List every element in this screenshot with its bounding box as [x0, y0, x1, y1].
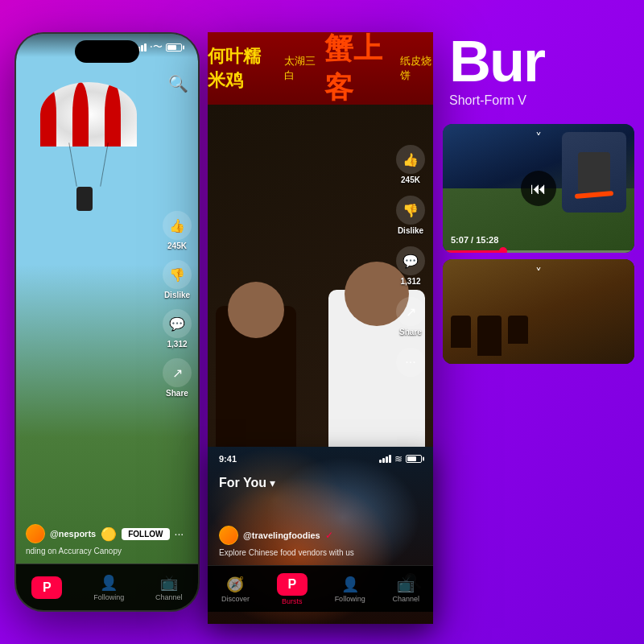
sign-char-3: 纸皮烧饼: [400, 54, 433, 83]
skydiver: [76, 187, 93, 211]
nav-bursts-mid-icon[interactable]: P Bursts: [277, 573, 308, 605]
video-desc-left: nding on Accuracy Canopy: [26, 547, 188, 555]
right-actions-left: 👍 245K 👎 Dislike 💬 1,312 ↗ Share: [163, 211, 192, 398]
nav-burst-p: P: [43, 580, 52, 595]
progress-fill-1: [443, 250, 504, 253]
dislike-button[interactable]: 👎 Dislike: [163, 260, 192, 299]
search-icon-left[interactable]: 🔍: [168, 74, 188, 93]
battery-icon: [166, 43, 182, 52]
wifi-icon-mini: ≋: [394, 453, 402, 464]
nav-burst-p-mid: P: [287, 577, 296, 592]
right-panel: Bur Short-Form V ˅ ⏮ 5:07 / 15:28: [433, 0, 644, 644]
comment-count-mid: 1,312: [400, 277, 420, 286]
nav-channel-label-mid: Channel: [393, 595, 420, 603]
brand-tagline: Short-Form V: [449, 93, 628, 108]
dislike-button-mid[interactable]: 👎 Dislike: [396, 196, 425, 235]
comment-button-mid[interactable]: 💬 1,312: [396, 246, 425, 286]
creator-name-mid: @travelingfoodies: [243, 530, 320, 540]
nav-discover-label: Discover: [221, 595, 250, 603]
parachute-graphic: [32, 82, 145, 227]
share-button-mid[interactable]: ↗ Share: [396, 297, 425, 336]
comment-icon-mid: 💬: [396, 246, 425, 275]
like-count: 245K: [167, 242, 187, 250]
person-icon-mid: 👤: [341, 576, 359, 593]
sign-char-1: 何叶糯米鸡: [208, 44, 278, 93]
progress-bar-1[interactable]: [443, 250, 634, 253]
video-desc-mid: Explore Chinese food vendors with us: [219, 548, 422, 557]
verified-badge-mid: ✓: [325, 530, 333, 541]
crab-char: 蟹上客: [324, 32, 394, 108]
nav-following-left[interactable]: 👤 Following: [93, 574, 124, 601]
comment-icon: 💬: [163, 309, 192, 338]
creator-name-left: @nesports: [50, 529, 96, 539]
time-display-mini: 9:41: [219, 454, 237, 464]
more-icon-mid: ···: [396, 348, 425, 377]
video-time-1: 5:07 / 15:28: [451, 235, 498, 245]
share-icon: ↗: [163, 358, 192, 387]
dislike-label: Dislike: [164, 291, 190, 299]
creator-row-left: @nesports 🟡 FOLLOW ···: [26, 524, 188, 543]
nav-following-label-mid: Following: [335, 595, 365, 603]
nav-bursts-label-mid: Bursts: [282, 597, 303, 605]
thumbs-up-icon-mid: 👍: [396, 145, 425, 174]
main-container: ⋅〜 🔍 👍 245K 👎 Dislike: [0, 0, 644, 644]
status-bar-mini: 9:41 ≋: [208, 447, 433, 471]
nav-channel-left[interactable]: 📺 Channel: [155, 574, 183, 601]
more-button-left[interactable]: ···: [175, 527, 184, 540]
follow-button-left[interactable]: FOLLOW: [122, 528, 169, 540]
creator-avatar-left: [26, 524, 45, 543]
chevron-down-icon-1[interactable]: ˅: [535, 130, 542, 146]
chevron-down-icon-2[interactable]: ˅: [535, 266, 542, 281]
for-you-row: For You ▾: [219, 476, 275, 490]
dislike-label-mid: Dislike: [398, 226, 423, 235]
chute-lines: [56, 142, 121, 191]
left-bg-image: ⋅〜 🔍 👍 245K 👎 Dislike: [16, 34, 198, 610]
more-button-mid[interactable]: ···: [396, 348, 425, 377]
wifi-icon: ⋅〜: [150, 40, 163, 54]
like-count-mid: 245K: [401, 175, 420, 184]
like-button[interactable]: 👍 245K: [163, 211, 192, 250]
bottom-info-left: @nesports 🟡 FOLLOW ··· nding on Accuracy…: [16, 524, 198, 562]
nav-following-label-left: Following: [93, 593, 124, 601]
bottom-info-mid: @travelingfoodies ✓ Explore Chinese food…: [208, 526, 433, 564]
dynamic-island: [75, 40, 139, 63]
tv-icon-mid: 📺: [397, 576, 415, 593]
chute-segment-2: [72, 82, 89, 147]
play-button-1[interactable]: ⏮: [521, 171, 556, 206]
nav-bar-mid: 🧭 Discover P Bursts 👤 Following 📺 Channe…: [208, 565, 433, 612]
share-icon-mid: ↗: [396, 297, 425, 326]
nav-discover-mid[interactable]: 🧭 Discover: [221, 576, 250, 603]
nav-channel-mid[interactable]: 📺 Channel: [393, 576, 420, 603]
chute-segment-3: [105, 82, 121, 147]
share-label: Share: [166, 389, 188, 398]
thumbs-up-icon: 👍: [163, 211, 192, 240]
nav-burst-icon-mid: P: [277, 573, 308, 596]
share-label-mid: Share: [399, 328, 422, 336]
nav-following-mid[interactable]: 👤 Following: [335, 576, 365, 603]
comment-count: 1,312: [167, 340, 187, 349]
sign-char-2: 太湖三白: [284, 54, 317, 83]
for-you-label: For You: [219, 476, 266, 490]
coin-icon: 🟡: [101, 526, 117, 542]
for-you-chevron: ▾: [270, 477, 275, 489]
phone-left: ⋅〜 🔍 👍 245K 👎 Dislike: [14, 32, 200, 612]
thumbs-down-icon: 👎: [163, 260, 192, 289]
canopy: [40, 82, 137, 147]
video-card-1[interactable]: ˅ ⏮ 5:07 / 15:28: [443, 124, 634, 253]
chute-segment-1: [40, 82, 56, 147]
nav-channel-label-left: Channel: [155, 593, 183, 601]
video-card-2[interactable]: ˅: [443, 259, 634, 364]
nav-burst-icon: P: [31, 576, 62, 599]
nav-bar-left: P 👤 Following 📺 Channel: [16, 564, 198, 610]
share-button[interactable]: ↗ Share: [163, 358, 192, 398]
progress-dot-1: [499, 247, 507, 253]
comment-button[interactable]: 💬 1,312: [163, 309, 192, 349]
thumbs-down-icon-mid: 👎: [396, 196, 425, 225]
restaurant-sign: 何叶糯米鸡 太湖三白 蟹上客 纸皮烧饼: [208, 32, 433, 105]
discover-icon-mid: 🧭: [226, 576, 244, 593]
nav-bursts-left[interactable]: P: [31, 576, 62, 599]
creator-row-mid: @travelingfoodies ✓: [219, 526, 422, 545]
person-icon-left: 👤: [100, 574, 118, 592]
like-button-mid[interactable]: 👍 245K: [396, 145, 425, 184]
creator-avatar-mid: [219, 526, 238, 545]
